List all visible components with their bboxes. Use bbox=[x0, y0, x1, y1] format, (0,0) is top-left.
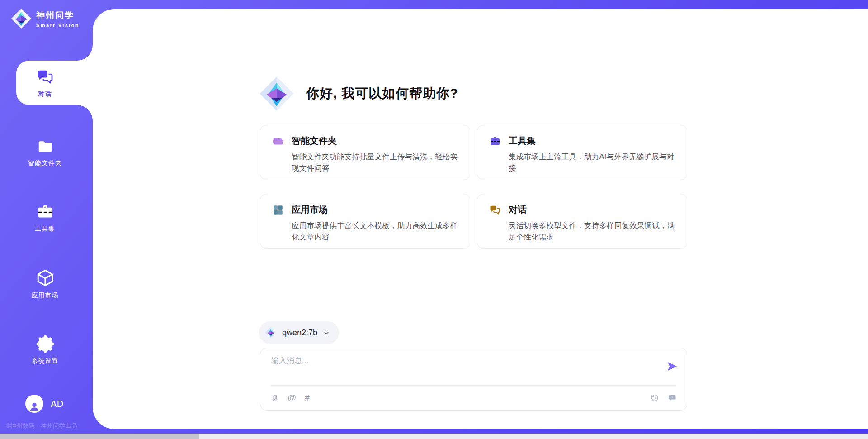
scrollbar-thumb[interactable] bbox=[0, 434, 199, 439]
card-app-market[interactable]: 应用市场 应用市场提供丰富长文本模板，助力高效生成多样化文章内容 bbox=[260, 194, 470, 249]
model-selector[interactable]: qwen2:7b bbox=[259, 321, 339, 344]
sidebar-item-app-market[interactable]: 应用市场 bbox=[16, 262, 93, 306]
conversation-button[interactable] bbox=[668, 393, 677, 402]
toolbox-icon bbox=[36, 203, 54, 221]
sidebar-item-label: 系统设置 bbox=[32, 357, 59, 365]
card-toolset[interactable]: 工具集 集成市场上主流工具，助力AI与外界无缝扩展与对接 bbox=[477, 125, 687, 180]
open-folder-icon bbox=[272, 135, 284, 147]
card-smart-folder[interactable]: 智能文件夹 智能文件夹功能支持批量文件上传与清洗，轻松实现文件问答 bbox=[260, 125, 470, 180]
card-title: 对话 bbox=[509, 204, 527, 216]
card-description: 智能文件夹功能支持批量文件上传与清洗，轻松实现文件问答 bbox=[292, 151, 458, 174]
sidebar-item-chat[interactable]: 对话 bbox=[16, 61, 93, 105]
paperclip-icon bbox=[270, 394, 279, 402]
cube-icon bbox=[36, 268, 55, 287]
message-input[interactable] bbox=[271, 355, 646, 382]
chevron-down-icon bbox=[323, 329, 330, 337]
card-description: 灵活切换多模型文件，支持多样回复效果调试，满足个性化需求 bbox=[509, 220, 675, 243]
brand-name: 神州问学 bbox=[36, 10, 80, 21]
sidebar: 神州问学 Smart Vision 对话 智能文件夹 工具集 应用市场 系统设置 bbox=[0, 0, 93, 439]
chat-icon bbox=[489, 204, 501, 216]
card-description: 集成市场上主流工具，助力AI与外界无缝扩展与对接 bbox=[509, 151, 675, 174]
model-name: qwen2:7b bbox=[282, 328, 317, 338]
sidebar-footer: ©神州数码 · 神州问学出品 bbox=[6, 422, 77, 430]
history-button[interactable] bbox=[650, 393, 659, 402]
sidebar-item-toolset[interactable]: 工具集 bbox=[16, 196, 93, 240]
composer-toolbar: @ # bbox=[270, 391, 677, 405]
brand: 神州问学 Smart Vision bbox=[11, 8, 80, 29]
composer-divider bbox=[270, 385, 677, 386]
history-icon bbox=[650, 393, 659, 402]
folder-icon bbox=[37, 138, 54, 155]
greeting-title: 你好, 我可以如何帮助你? bbox=[306, 85, 458, 103]
brand-subtitle: Smart Vision bbox=[36, 23, 80, 28]
user-initials: AD bbox=[51, 399, 64, 409]
user-profile[interactable]: AD bbox=[25, 395, 64, 413]
chat-bubble-icon bbox=[668, 393, 677, 402]
mention-button[interactable]: @ bbox=[288, 393, 296, 403]
sidebar-item-label: 智能文件夹 bbox=[28, 159, 62, 167]
sidebar-item-label: 工具集 bbox=[35, 225, 55, 233]
greeting: 你好, 我可以如何帮助你? bbox=[259, 75, 458, 112]
grid-icon bbox=[272, 204, 284, 216]
app-window: 神州问学 Smart Vision 对话 智能文件夹 工具集 应用市场 系统设置 bbox=[0, 0, 868, 439]
avatar bbox=[25, 395, 43, 413]
brand-logo-icon bbox=[11, 8, 32, 29]
sidebar-item-label: 应用市场 bbox=[32, 291, 59, 300]
attach-file-button[interactable] bbox=[270, 394, 279, 402]
card-title: 智能文件夹 bbox=[292, 135, 337, 147]
card-title: 应用市场 bbox=[292, 204, 328, 216]
card-description: 应用市场提供丰富长文本模板，助力高效生成多样化文章内容 bbox=[292, 220, 458, 243]
model-diamond-icon bbox=[265, 327, 277, 339]
chat-icon bbox=[36, 68, 54, 86]
sidebar-item-smart-folder[interactable]: 智能文件夹 bbox=[16, 130, 93, 175]
card-chat[interactable]: 对话 灵活切换多模型文件，支持多样回复效果调试，满足个性化需求 bbox=[477, 194, 687, 249]
sidebar-item-label: 对话 bbox=[38, 90, 52, 98]
card-title: 工具集 bbox=[509, 135, 536, 147]
gear-icon bbox=[36, 335, 54, 353]
sidebar-item-system-settings[interactable]: 系统设置 bbox=[16, 328, 93, 372]
horizontal-scrollbar bbox=[0, 434, 868, 439]
feature-cards: 智能文件夹 智能文件夹功能支持批量文件上传与清洗，轻松实现文件问答 工具集 集成… bbox=[260, 125, 687, 249]
hashtag-button[interactable]: # bbox=[305, 393, 310, 403]
person-icon bbox=[28, 400, 41, 413]
main-content: 你好, 我可以如何帮助你? 智能文件夹 智能文件夹功能支持批量文件上传与清洗，轻… bbox=[93, 9, 868, 429]
assistant-logo-icon bbox=[259, 75, 294, 112]
send-button[interactable] bbox=[666, 360, 678, 372]
composer: @ # bbox=[260, 348, 687, 411]
send-icon bbox=[666, 360, 678, 372]
toolbox-icon bbox=[489, 135, 501, 147]
